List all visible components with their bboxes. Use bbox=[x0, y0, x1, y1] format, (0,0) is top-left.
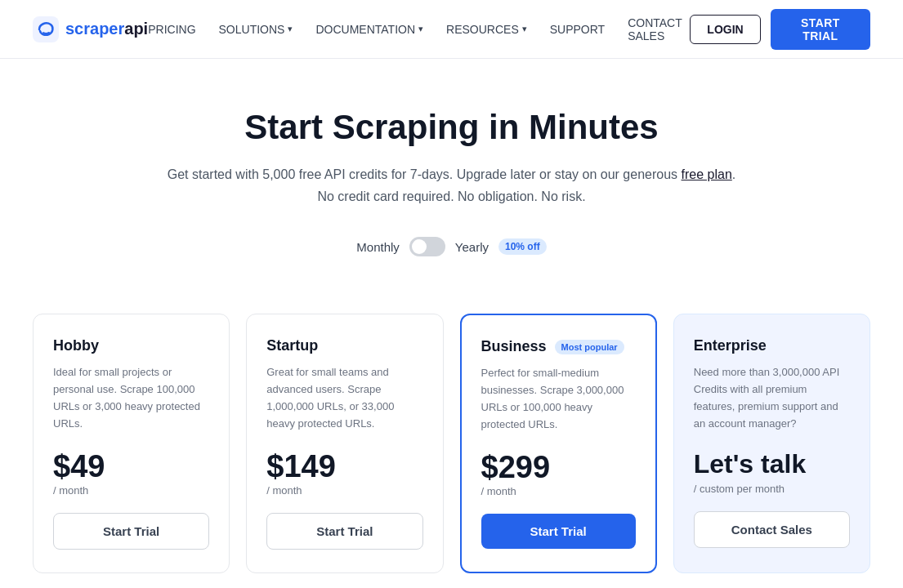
popular-badge: Most popular bbox=[555, 340, 624, 354]
nav-actions: LOGIN START TRIAL bbox=[690, 9, 870, 50]
plan-row-enterprise: Enterprise bbox=[694, 337, 850, 354]
plan-card-business: Business Most popular Perfect for small-… bbox=[460, 314, 657, 572]
plan-desc-enterprise: Need more than 3,000,000 API Credits wit… bbox=[694, 364, 850, 432]
plan-price-startup: $149 bbox=[266, 449, 422, 484]
plan-row-business: Business Most popular bbox=[481, 338, 636, 355]
nav-support[interactable]: SUPPORT bbox=[550, 23, 605, 36]
nav-resources[interactable]: RESOURCES bbox=[446, 23, 527, 36]
pricing-grid: Hobby Ideal for small projects or person… bbox=[33, 314, 870, 572]
start-trial-startup-button[interactable]: Start Trial bbox=[266, 513, 422, 550]
plan-row-startup: Startup bbox=[266, 337, 422, 354]
nav-links: PRICING SOLUTIONS DOCUMENTATION RESOURCE… bbox=[148, 16, 690, 42]
nav-documentation[interactable]: DOCUMENTATION bbox=[315, 23, 423, 36]
hero-subtitle: Get started with 5,000 free API credits … bbox=[16, 163, 887, 207]
nav-solutions[interactable]: SOLUTIONS bbox=[219, 23, 293, 36]
billing-toggle: Monthly Yearly 10% off bbox=[16, 237, 887, 256]
yearly-label: Yearly bbox=[455, 240, 489, 254]
hero-section: Start Scraping in Minutes Get started wi… bbox=[0, 59, 903, 314]
plan-period-hobby: / month bbox=[53, 484, 209, 497]
plan-period-business: / month bbox=[481, 485, 636, 497]
hero-title: Start Scraping in Minutes bbox=[16, 108, 887, 147]
plan-name-enterprise: Enterprise bbox=[694, 337, 767, 354]
nav-pricing[interactable]: PRICING bbox=[148, 23, 195, 36]
start-trial-business-button[interactable]: Start Trial bbox=[481, 514, 636, 549]
logo-text: scraperapi bbox=[65, 20, 148, 38]
plan-price-enterprise: Let's talk bbox=[694, 449, 850, 479]
svg-rect-0 bbox=[33, 16, 59, 42]
plan-card-startup: Startup Great for small teams and advanc… bbox=[246, 314, 443, 572]
billing-toggle-switch[interactable] bbox=[409, 237, 445, 256]
logo[interactable]: scraperapi bbox=[33, 16, 148, 42]
plan-price-business: $299 bbox=[481, 450, 636, 485]
plan-period-enterprise: / custom per month bbox=[694, 483, 850, 495]
plan-name-startup: Startup bbox=[266, 337, 318, 354]
navbar: scraperapi PRICING SOLUTIONS DOCUMENTATI… bbox=[0, 0, 903, 59]
logo-icon bbox=[33, 16, 59, 42]
start-trial-hobby-button[interactable]: Start Trial bbox=[53, 513, 209, 550]
plan-desc-hobby: Ideal for small projects or personal use… bbox=[53, 364, 209, 432]
plan-name-business: Business bbox=[481, 338, 547, 355]
plan-desc-business: Perfect for small-medium businesses. Scr… bbox=[481, 365, 636, 433]
plan-desc-startup: Great for small teams and advanced users… bbox=[266, 364, 422, 432]
nav-contact-sales[interactable]: CONTACT SALES bbox=[628, 16, 690, 42]
discount-badge: 10% off bbox=[498, 238, 547, 255]
plan-price-hobby: $49 bbox=[53, 449, 209, 484]
login-button[interactable]: LOGIN bbox=[690, 15, 760, 44]
plan-period-startup: / month bbox=[266, 484, 422, 497]
contact-sales-button[interactable]: Contact Sales bbox=[694, 511, 850, 548]
start-trial-nav-button[interactable]: START TRIAL bbox=[771, 9, 870, 50]
plan-row-hobby: Hobby bbox=[53, 337, 209, 354]
plan-name-hobby: Hobby bbox=[53, 337, 99, 354]
monthly-label: Monthly bbox=[356, 240, 400, 254]
plan-card-hobby: Hobby Ideal for small projects or person… bbox=[33, 314, 230, 572]
free-plan-link[interactable]: free plan bbox=[682, 167, 732, 181]
pricing-section: Hobby Ideal for small projects or person… bbox=[0, 314, 903, 588]
plan-card-enterprise: Enterprise Need more than 3,000,000 API … bbox=[673, 314, 870, 572]
